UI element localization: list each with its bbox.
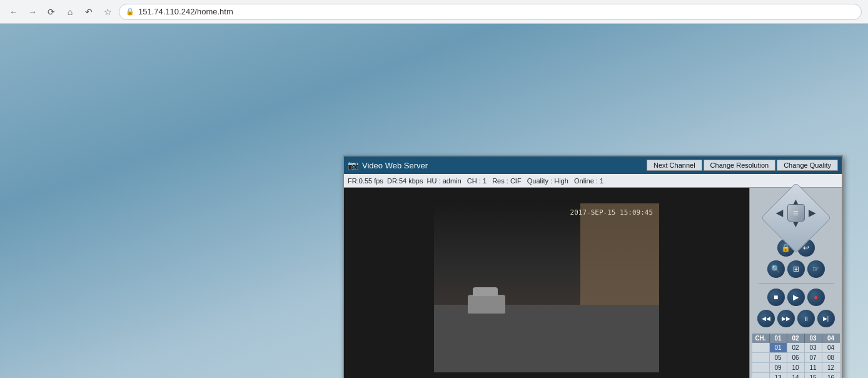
ch-14-button[interactable]: 14 [787, 373, 805, 378]
video-area: 2017-SEP-15 15:09:45 [344, 188, 749, 378]
ch-empty-4 [752, 373, 770, 378]
ch-02-button[interactable]: 02 [787, 343, 805, 352]
car-shape [468, 295, 505, 314]
record-button[interactable]: ● [807, 289, 825, 306]
channel-header-row: CH. 01 02 03 04 [752, 334, 840, 343]
dpad-left-button[interactable]: ◀ [774, 207, 786, 219]
street-road [434, 305, 659, 372]
home-button[interactable]: ⌂ [63, 4, 78, 19]
channel-row-2: 05 06 07 08 [752, 353, 840, 363]
ch-13-button[interactable]: 13 [770, 373, 787, 378]
video-feed: 2017-SEP-15 15:09:45 [434, 203, 659, 372]
status-res: Res : CIF [492, 177, 521, 185]
dvr-title-left: 📷 Video Web Server [348, 160, 428, 170]
ctrl-row-4: ◀◀ ▶▶ ⏸ ▶| [757, 310, 835, 327]
stop-button[interactable]: ■ [767, 289, 785, 306]
ctrl-row-2: 🔍 ⊞ ☞ [767, 260, 825, 278]
dpad-right-button[interactable]: ▶ [806, 207, 819, 219]
pause-button[interactable]: ⏸ [797, 310, 815, 327]
ch-05-button[interactable]: 05 [770, 353, 787, 362]
bookmark-button[interactable]: ☆ [100, 4, 115, 19]
address-bar[interactable]: 🔒 151.74.110.242/home.htm [119, 4, 862, 20]
grid-ctrl-button[interactable]: ⊞ [787, 260, 805, 278]
search-ctrl-button[interactable]: 🔍 [767, 260, 785, 278]
ch-09-button[interactable]: 09 [770, 363, 787, 372]
dvr-title-buttons: Next Channel Change Resolution Change Qu… [647, 160, 838, 171]
ch-col-label: CH. [752, 334, 770, 343]
channel-row-1: 01 02 03 04 [752, 343, 840, 353]
dpad-center-icon: ☰ [793, 210, 799, 217]
status-online: Online : 1 [574, 177, 603, 185]
ch-11-button[interactable]: 11 [805, 363, 822, 372]
ch-col-04: 04 [822, 334, 840, 343]
channel-grid: CH. 01 02 03 04 01 02 03 04 05 06 [752, 334, 840, 378]
dvr-titlebar: 📷 Video Web Server Next Channel Change R… [344, 156, 842, 174]
change-quality-button[interactable]: Change Quality [777, 160, 838, 171]
hand-ctrl-button[interactable]: ☞ [807, 260, 825, 278]
ctrl-row-3: ■ ▶ ● [767, 289, 825, 306]
undo-button[interactable]: ↶ [81, 4, 96, 19]
camera-icon: 📷 [348, 160, 358, 170]
ch-01-button[interactable]: 01 [770, 343, 787, 352]
ch-empty-2 [752, 353, 770, 362]
url-text: 151.74.110.242/home.htm [138, 7, 233, 16]
ch-15-button[interactable]: 15 [805, 373, 822, 378]
ch-06-button[interactable]: 06 [787, 353, 805, 362]
dpad-down-button[interactable]: ▼ [790, 218, 802, 230]
ch-04-button[interactable]: 04 [822, 343, 840, 352]
refresh-button[interactable]: ⟳ [44, 4, 59, 19]
change-resolution-button[interactable]: Change Resolution [704, 160, 776, 171]
dpad[interactable]: ☰ ▲ ▼ ◀ ▶ [771, 193, 821, 233]
browser-chrome: ← → ⟳ ⌂ ↶ ☆ 🔒 151.74.110.242/home.htm [0, 0, 868, 24]
status-hu: HU : admin [427, 177, 462, 185]
channel-row-4: 13 14 15 16 [752, 373, 840, 378]
ctrl-divider-1 [759, 283, 834, 284]
ch-03-button[interactable]: 03 [805, 343, 822, 352]
lock-icon: 🔒 [126, 8, 134, 16]
ch-col-03: 03 [805, 334, 822, 343]
street-scene [434, 203, 659, 372]
channel-row-3: 09 10 11 12 [752, 363, 840, 373]
ch-empty-1 [752, 343, 770, 352]
next-channel-button[interactable]: Next Channel [647, 160, 702, 171]
dvr-status-bar: FR:0.55 fps DR:54 kbps HU : admin CH : 1… [344, 174, 842, 188]
back-button[interactable]: ← [6, 4, 21, 19]
control-panel: ☰ ▲ ▼ ◀ ▶ 🔒 ↩ 🔍 ⊞ ☞ ■ ▶ [749, 188, 842, 378]
ch-10-button[interactable]: 10 [787, 363, 805, 372]
dvr-panel: 📷 Video Web Server Next Channel Change R… [343, 155, 843, 378]
dpad-up-button[interactable]: ▲ [790, 195, 802, 208]
ch-07-button[interactable]: 07 [805, 353, 822, 362]
ch-12-button[interactable]: 12 [822, 363, 840, 372]
play-button[interactable]: ▶ [787, 289, 805, 306]
video-timestamp: 2017-SEP-15 15:09:45 [570, 208, 653, 217]
fast-forward-button[interactable]: ▶▶ [777, 310, 795, 327]
skip-button[interactable]: ▶| [817, 310, 835, 327]
ch-16-button[interactable]: 16 [822, 373, 840, 378]
status-fr: FR:0.55 fps [348, 177, 383, 185]
status-dr: DR:54 kbps [387, 177, 423, 185]
status-ch: CH : 1 [467, 177, 487, 185]
ch-col-01: 01 [770, 334, 787, 343]
dvr-title-text: Video Web Server [362, 161, 428, 170]
ch-col-02: 02 [787, 334, 805, 343]
rewind-button[interactable]: ◀◀ [757, 310, 775, 327]
ch-empty-3 [752, 363, 770, 372]
dvr-content: 2017-SEP-15 15:09:45 ☰ ▲ ▼ ◀ ▶ 🔒 ↩ [344, 188, 842, 378]
status-quality: Quality : High [527, 177, 568, 185]
ch-08-button[interactable]: 08 [822, 353, 840, 362]
forward-button[interactable]: → [25, 4, 40, 19]
